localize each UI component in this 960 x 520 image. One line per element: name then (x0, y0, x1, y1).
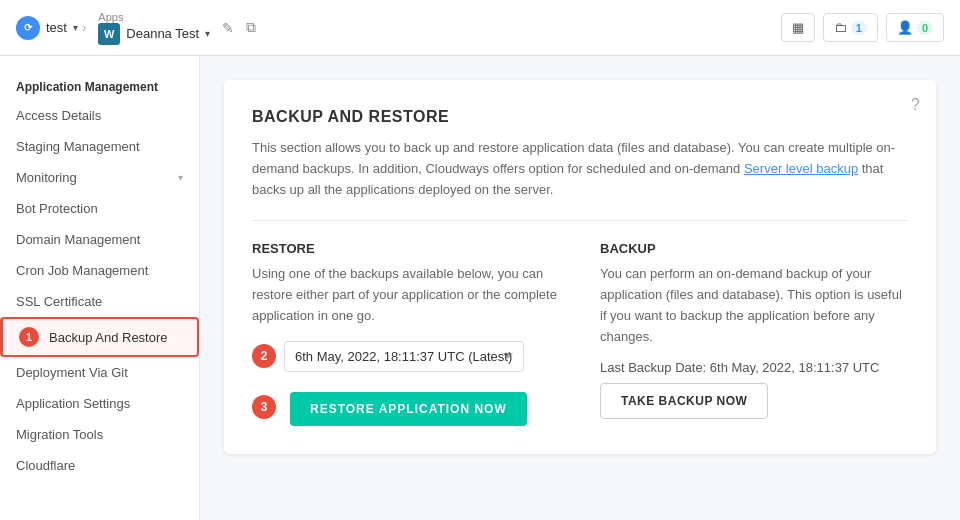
sidebar-item-label: Application Settings (16, 396, 130, 411)
folder-button[interactable]: 🗀 1 (823, 13, 878, 42)
main-content: ? BACKUP AND RESTORE This section allows… (200, 56, 960, 520)
main-layout: Application Management Access Details St… (0, 56, 960, 520)
sidebar-item-label: SSL Certificate (16, 294, 102, 309)
sidebar-item-migration[interactable]: Migration Tools (0, 419, 199, 450)
restore-section: RESTORE Using one of the backups availab… (252, 241, 560, 425)
sidebar-item-app-settings[interactable]: Application Settings (0, 388, 199, 419)
user-badge: 0 (917, 21, 933, 35)
last-backup-date: 6th May, 2022, 18:11:37 UTC (710, 360, 880, 375)
last-backup-info: Last Backup Date: 6th May, 2022, 18:11:3… (600, 360, 908, 375)
sidebar-item-label: Cloudflare (16, 458, 75, 473)
breadcrumb-arrow: › (82, 20, 86, 35)
sidebar-item-label: Backup And Restore (49, 330, 168, 345)
sidebar-item-ssl[interactable]: SSL Certificate (0, 286, 199, 317)
sidebar-section-title: Application Management (0, 72, 199, 100)
server-icon: ⟳ (16, 16, 40, 40)
server-backup-link[interactable]: Server level backup (744, 161, 858, 176)
apps-label: Apps (98, 11, 210, 23)
two-column-section: RESTORE Using one of the backups availab… (252, 241, 908, 425)
last-backup-label: Last Backup Date: (600, 360, 706, 375)
restore-application-button[interactable]: RESTORE APPLICATION NOW (290, 392, 527, 426)
folder-icon: 🗀 (834, 20, 847, 35)
folder-badge: 1 (851, 21, 867, 35)
divider (252, 220, 908, 221)
servers-section: ⟳ test ▾ (16, 16, 78, 40)
chevron-down-icon: ▾ (178, 172, 183, 183)
sidebar-item-bot-protection[interactable]: Bot Protection (0, 193, 199, 224)
sidebar-item-access-details[interactable]: Access Details (0, 100, 199, 131)
user-button[interactable]: 👤 0 (886, 13, 944, 42)
grid-view-button[interactable]: ▦ (781, 13, 815, 42)
server-name: test (46, 20, 67, 35)
sidebar-item-staging[interactable]: Staging Management (0, 131, 199, 162)
step-2-badge: 2 (252, 344, 276, 368)
wp-icon: W (98, 23, 120, 45)
card-description: This section allows you to back up and r… (252, 138, 908, 200)
backup-date-select[interactable]: 6th May, 2022, 18:11:37 UTC (Latest) (284, 341, 524, 372)
sidebar: Application Management Access Details St… (0, 56, 200, 520)
sidebar-item-label: Domain Management (16, 232, 140, 247)
restore-desc: Using one of the backups available below… (252, 264, 560, 326)
help-icon[interactable]: ? (911, 96, 920, 114)
app-name: Deanna Test (126, 26, 199, 41)
sidebar-item-label: Migration Tools (16, 427, 103, 442)
user-icon: 👤 (897, 20, 913, 35)
sidebar-item-label: Monitoring (16, 170, 77, 185)
app-dropdown-icon[interactable]: ▾ (205, 28, 210, 39)
sidebar-item-label: Bot Protection (16, 201, 98, 216)
apps-section: Apps W Deanna Test ▾ (98, 11, 210, 45)
grid-icon: ▦ (792, 20, 804, 35)
sidebar-item-backup[interactable]: 1 Backup And Restore (0, 317, 199, 357)
sidebar-item-label: Cron Job Management (16, 263, 148, 278)
nav-right: ▦ 🗀 1 👤 0 (781, 13, 944, 42)
restore-button-row: 3 RESTORE APPLICATION NOW (252, 388, 560, 426)
backup-section: BACKUP You can perform an on-demand back… (600, 241, 908, 425)
card-title: BACKUP AND RESTORE (252, 108, 908, 126)
sidebar-item-label: Staging Management (16, 139, 140, 154)
sidebar-item-cloudflare[interactable]: Cloudflare (0, 450, 199, 481)
step-1-badge: 1 (19, 327, 39, 347)
sidebar-item-monitoring[interactable]: Monitoring ▾ (0, 162, 199, 193)
sidebar-item-cron[interactable]: Cron Job Management (0, 255, 199, 286)
restore-title: RESTORE (252, 241, 560, 256)
sidebar-item-deployment[interactable]: Deployment Via Git (0, 357, 199, 388)
app-item: W Deanna Test ▾ (98, 23, 210, 45)
sidebar-item-label: Access Details (16, 108, 101, 123)
server-dropdown-icon[interactable]: ▾ (73, 22, 78, 33)
backup-title: BACKUP (600, 241, 908, 256)
external-link-button[interactable]: ⧉ (242, 17, 260, 38)
restore-select-row: 2 6th May, 2022, 18:11:37 UTC (Latest) (252, 341, 560, 372)
top-navigation: ⟳ test ▾ › Apps W Deanna Test ▾ ✎ ⧉ ▦ 🗀 … (0, 0, 960, 56)
edit-button[interactable]: ✎ (218, 18, 238, 38)
step-3-badge: 3 (252, 395, 276, 419)
nav-actions: ✎ ⧉ (218, 17, 260, 38)
sidebar-item-domain[interactable]: Domain Management (0, 224, 199, 255)
backup-desc: You can perform an on-demand backup of y… (600, 264, 908, 347)
take-backup-button[interactable]: TAKE BACKUP NOW (600, 383, 768, 419)
backup-restore-card: ? BACKUP AND RESTORE This section allows… (224, 80, 936, 454)
sidebar-item-label: Deployment Via Git (16, 365, 128, 380)
